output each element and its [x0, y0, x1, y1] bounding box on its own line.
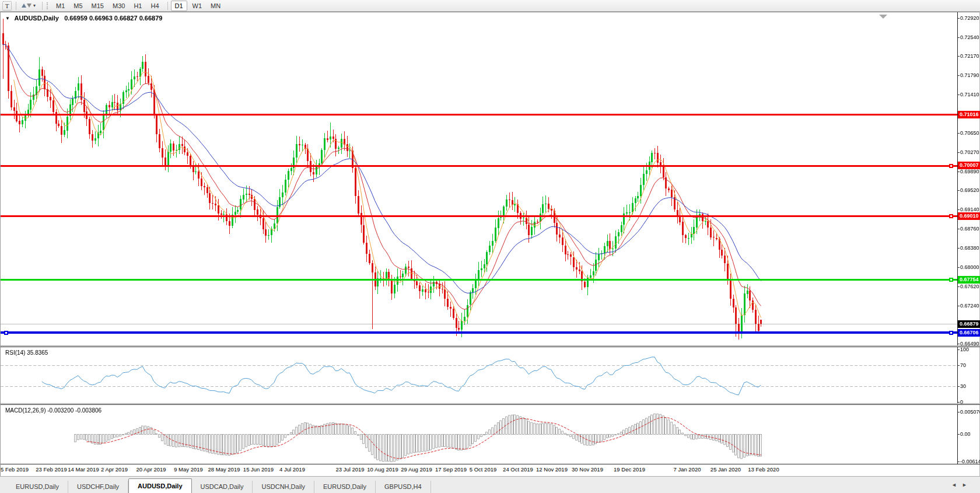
date-label: 17 Sep 2019 — [435, 466, 467, 473]
price-tick-label: 0.66490 — [960, 341, 979, 347]
price-tick — [957, 172, 960, 172]
rsi-indicator-canvas[interactable] — [1, 348, 957, 404]
chart-window: ▼ AUDUSD,Daily 0.66959 0.66963 0.66827 0… — [0, 12, 980, 476]
chart-tab-eurusd-daily[interactable]: EURUSD,Daily — [7, 481, 68, 493]
date-label: 13 Feb 2020 — [748, 466, 779, 473]
price-tick — [957, 306, 960, 306]
chart-tab-gbpusd-h4[interactable]: GBPUSD,H4 — [376, 481, 431, 493]
rsi-tick — [957, 402, 960, 403]
date-label: 23 Feb 2019 — [36, 466, 66, 473]
arrows-tool-button[interactable]: ▾ — [19, 1, 38, 11]
price-tick — [957, 229, 960, 229]
timeframe-button-h1[interactable]: H1 — [130, 1, 145, 11]
tab-scroll-right-icon[interactable]: ► — [962, 482, 967, 488]
price-tick-label: 0.71410 — [960, 92, 979, 97]
chart-toolbar: T ▾ M1M5M15M30H1H4D1W1MN — [0, 0, 980, 12]
price-tick-label: 0.68760 — [960, 226, 979, 232]
price-tick-label: 0.69890 — [960, 169, 979, 174]
price-tick — [957, 37, 960, 38]
macd-tick-label: 0.005076 — [960, 409, 980, 415]
rsi-indicator-label: RSI(14) 35.8365 — [5, 349, 48, 356]
chart-ohlc-values: 0.66959 0.66963 0.66827 0.66879 — [64, 15, 162, 22]
arrow-down-icon — [27, 4, 32, 8]
price-tick — [957, 190, 960, 191]
rsi-tick-label: 70 — [960, 362, 966, 368]
price-line-tag-0.67754: 0.67754 — [958, 276, 980, 284]
rsi-tick — [957, 349, 960, 350]
price-tick-label: 0.68380 — [960, 245, 979, 251]
macd-indicator-canvas[interactable] — [1, 405, 957, 464]
date-label: 25 Jan 2020 — [710, 466, 741, 473]
price-line-tag-0.71016: 0.71016 — [958, 111, 980, 118]
timeframe-button-m15[interactable]: M15 — [88, 1, 107, 11]
date-label: 19 Dec 2019 — [614, 466, 645, 473]
chart-bottom-border — [1, 464, 980, 464]
toolbar-separator — [167, 2, 168, 10]
mt4-terminal: T ▾ M1M5M15M30H1H4D1W1MN ▼ AUDUSD,Daily … — [0, 0, 980, 493]
date-label: 5 Feb 2019 — [1, 466, 29, 473]
timeframe-button-m1[interactable]: M1 — [52, 1, 68, 11]
panel-separator[interactable] — [1, 403, 980, 405]
price-line-tag-0.66879: 0.66879 — [958, 320, 980, 328]
price-tick-label: 0.67240 — [960, 303, 979, 309]
chart-tab-usdcnh-daily[interactable]: USDCNH,Daily — [253, 481, 314, 493]
toolbar-separator — [16, 2, 16, 10]
date-label: 7 Jan 2020 — [673, 466, 701, 473]
date-label: 14 Mar 2019 — [68, 466, 99, 473]
price-tick-label: 0.69140 — [960, 207, 979, 212]
date-label: 28 May 2019 — [208, 466, 240, 473]
timeframe-button-m30[interactable]: M30 — [109, 1, 128, 11]
price-line-tag-0.70007: 0.70007 — [958, 162, 980, 169]
price-line-tag-0.69010: 0.69010 — [958, 212, 980, 220]
date-label: 5 Oct 2019 — [470, 466, 496, 473]
timeframe-button-w1[interactable]: W1 — [189, 1, 206, 11]
price-chart-canvas[interactable] — [1, 13, 957, 346]
timeframe-button-mn[interactable]: MN — [207, 1, 224, 11]
price-tick-label: 0.72920 — [960, 15, 979, 21]
timeframe-button-m5[interactable]: M5 — [70, 1, 86, 11]
date-label: 10 Aug 2019 — [367, 466, 398, 473]
chart-tab-usdcad-daily[interactable]: USDCAD,Daily — [192, 481, 253, 493]
rsi-tick-label: 0 — [960, 399, 963, 405]
time-axis[interactable]: 5 Feb 201923 Feb 201914 Mar 20192 Apr 20… — [1, 466, 957, 475]
tab-scroll-left-icon[interactable]: ◄ — [951, 482, 957, 488]
price-tick-label: 0.67620 — [960, 284, 979, 289]
timeframe-toolbar: M1M5M15M30H1H4D1W1MN — [52, 1, 226, 11]
macd-indicator-label: MACD(12,26,9) -0.003200 -0.003806 — [5, 407, 102, 414]
price-tick — [957, 267, 960, 268]
macd-tick — [957, 412, 960, 412]
date-label: 30 Nov 2019 — [572, 466, 603, 473]
panel-separator[interactable] — [1, 345, 980, 347]
chart-tab-audusd-daily[interactable]: AUDUSD,Daily — [128, 478, 191, 493]
date-label: 9 May 2019 — [174, 466, 203, 473]
date-label: 2 Apr 2019 — [101, 466, 128, 473]
date-label: 24 Oct 2019 — [503, 466, 533, 473]
rsi-tick-label: 30 — [960, 383, 966, 389]
rsi-tick — [957, 365, 960, 366]
price-axis[interactable]: 0.729200.725400.721700.717900.714100.706… — [958, 12, 980, 464]
date-label: 4 Jul 2019 — [279, 466, 305, 473]
price-tick — [957, 75, 960, 76]
price-tick-label: 0.72170 — [960, 53, 979, 59]
chart-tab-eurusd-daily[interactable]: EURUSD,Daily — [314, 481, 376, 493]
timeframe-button-d1[interactable]: D1 — [171, 1, 187, 11]
macd-tick — [957, 434, 960, 435]
rsi-tick — [957, 386, 960, 387]
collapse-quotes-icon[interactable]: ▼ — [5, 16, 10, 21]
chart-tab-usdchf-daily[interactable]: USDCHF,Daily — [68, 481, 128, 493]
price-tick-label: 0.69520 — [960, 187, 979, 193]
price-tick — [957, 248, 960, 249]
macd-tick — [957, 461, 960, 462]
timeframe-button-h4[interactable]: H4 — [147, 1, 162, 11]
toolbar-grip[interactable] — [47, 2, 49, 9]
toolbar-separator — [42, 2, 43, 10]
price-tick-label: 0.72540 — [960, 34, 979, 40]
date-label: 20 Apr 2019 — [136, 466, 166, 473]
text-tool-button[interactable]: T — [2, 1, 12, 11]
macd-tick-label: 0.00 — [960, 431, 971, 437]
arrow-up-icon — [22, 4, 26, 8]
chart-title: ▼ AUDUSD,Daily 0.66959 0.66963 0.66827 0… — [5, 15, 162, 22]
price-tick — [957, 152, 960, 153]
macd-tick-label: -0.00614 — [960, 459, 980, 464]
price-tick-label: 0.71790 — [960, 72, 979, 78]
